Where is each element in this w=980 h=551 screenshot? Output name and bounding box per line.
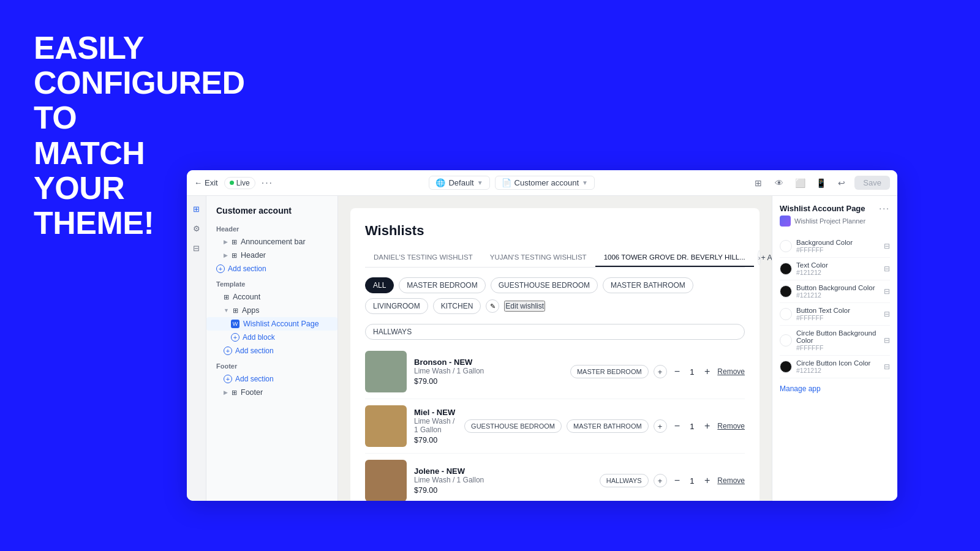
remove-jolene[interactable]: Remove [717, 476, 745, 485]
color-swatch-circle-bg[interactable] [780, 334, 792, 347]
undo-button[interactable]: ↩ [834, 175, 850, 191]
filter-master-bedroom[interactable]: MASTER BEDROOM [399, 277, 485, 293]
color-row-text: Text Color #121212 ⊟ [780, 258, 890, 280]
exit-label: Exit [205, 178, 218, 187]
template-section-label: Template [206, 276, 337, 290]
sections-icon[interactable]: ⊞ [190, 202, 203, 216]
product-price-bronson: $79.00 [414, 377, 563, 386]
template-add-section-button[interactable]: + Add section [206, 344, 284, 358]
qty-minus-bronson[interactable]: − [672, 366, 682, 377]
product-actions-bronson: MASTER BEDROOM + − 1 + Remove [570, 365, 745, 378]
grid-icon-button[interactable]: ⊞ [750, 175, 766, 191]
manage-app-link[interactable]: Manage app [780, 384, 890, 393]
color-label-button-bg: Button Background Color [796, 284, 875, 291]
qty-minus-jolene[interactable]: − [672, 475, 682, 486]
add-section-label-3: Add section [235, 375, 274, 383]
tab-yujans[interactable]: YUJAN'S TESTING WISHLIST [481, 249, 595, 267]
filter-livingroom[interactable]: LIVINGROOM [365, 298, 428, 314]
color-swatch-text[interactable] [780, 263, 792, 275]
footer-add-section-button[interactable]: + Add section [206, 372, 284, 386]
qty-controls-miel: − 1 + [672, 421, 713, 432]
color-picker-icon-text[interactable]: ⊟ [884, 264, 890, 273]
plus-circle-icon-4: + [224, 375, 232, 383]
color-picker-icon-button-text[interactable]: ⊟ [884, 310, 890, 318]
plus-circle-icon-2: + [231, 333, 239, 342]
color-swatch-circle-icon[interactable] [780, 361, 792, 373]
color-picker-icon-button-bg[interactable]: ⊟ [884, 287, 890, 296]
color-label-group-button-text: Button Text Color #FFFFFF [780, 307, 850, 321]
sidebar-item-apps[interactable]: ▼ ⊞ Apps [206, 304, 337, 317]
color-info-button-bg: Button Background Color #121212 [796, 284, 875, 299]
color-info-circle-bg: Circle Button Background Color #FFFFFF [796, 329, 884, 351]
header-add-section-button[interactable]: + Add section [206, 262, 276, 276]
color-picker-icon-circle-bg[interactable]: ⊟ [884, 336, 890, 345]
sidebar-item-header[interactable]: ▶ ⊞ Header [206, 249, 337, 262]
color-swatch-background[interactable] [780, 240, 792, 252]
product-variant-jolene: Lime Wash / 1 Gallon [414, 476, 592, 484]
wishlist-tabs: DANIEL'S TESTING WISHLIST YUJAN'S TESTIN… [365, 249, 745, 268]
tablet-icon-button[interactable]: ⬜ [792, 175, 808, 191]
edit-wishlist-button[interactable]: Edit wishlist [504, 301, 545, 312]
product-row-miel: Miel - NEW Lime Wash / 1 Gallon $79.00 G… [365, 399, 745, 454]
room-tag-jolene: HALLWAYS [600, 474, 649, 487]
tab-tower-grove-label: 1006 TOWER GROVE DR. BEVERLY HILL... [604, 253, 745, 261]
product-name-jolene: Jolene - NEW [414, 467, 592, 476]
filter-master-bathroom[interactable]: MASTER BATHROOM [603, 277, 693, 293]
more-options-button[interactable]: ··· [262, 178, 273, 189]
tab-tower-grove[interactable]: 1006 TOWER GROVE DR. BEVERLY HILL... [595, 249, 754, 267]
icon-sidebar: ⊞ ⚙ ⊟ [187, 196, 206, 501]
color-row-button-bg: Button Background Color #121212 ⊟ [780, 280, 890, 303]
announcement-bar-label: Announcement bar [241, 238, 306, 246]
add-wishlist-button[interactable]: + Add wishlist [761, 253, 772, 262]
qty-plus-jolene[interactable]: + [702, 475, 712, 486]
sidebar-item-footer[interactable]: ▶ ⊞ Footer [206, 386, 337, 399]
add-room-tag-bronson[interactable]: + [654, 365, 667, 378]
globe-icon: 🌐 [435, 178, 445, 187]
color-swatch-button-text[interactable] [780, 308, 792, 320]
filter-guesthouse-bedroom[interactable]: GUESTHOUSE BEDROOM [491, 277, 598, 293]
customer-account-selector[interactable]: 📄 Customer account ▼ [495, 176, 595, 190]
filter-all[interactable]: ALL [365, 277, 394, 293]
qty-plus-bronson[interactable]: + [702, 366, 712, 377]
color-label-group-text: Text Color #121212 [780, 261, 828, 276]
sidebar-item-wishlist-account-page[interactable]: W Wishlist Account Page [206, 317, 337, 331]
color-picker-icon-circle-icon[interactable]: ⊟ [884, 362, 890, 371]
plus-circle-icon: + [216, 264, 225, 273]
add-room-tag-jolene[interactable]: + [654, 474, 667, 487]
qty-minus-miel[interactable]: − [672, 421, 682, 432]
add-block-button[interactable]: + Add block [206, 331, 285, 344]
sidebar-item-announcement-bar[interactable]: ▶ ⊞ Announcement bar [206, 235, 337, 249]
product-name-bronson: Bronson - NEW [414, 358, 563, 367]
save-button[interactable]: Save [854, 176, 890, 190]
sidebar-title: Customer account [206, 202, 337, 220]
remove-miel[interactable]: Remove [717, 422, 745, 430]
chevron-right-icon: ▶ [224, 239, 228, 245]
settings-icon[interactable]: ⚙ [190, 222, 203, 235]
right-panel-more-button[interactable]: ··· [879, 203, 890, 213]
exit-button[interactable]: ← Exit [194, 178, 218, 187]
right-panel-title: Wishlist Account Page [780, 204, 865, 213]
mobile-icon-button[interactable]: 📱 [813, 175, 829, 191]
filter-hallways[interactable]: HALLWAYS [365, 324, 745, 340]
color-picker-icon-background[interactable]: ⊟ [884, 242, 890, 250]
app-name-label: Wishlist Project Planner [794, 217, 865, 225]
product-thumb-jolene [365, 460, 407, 501]
eye-icon-button[interactable]: 👁 [771, 175, 787, 191]
qty-plus-miel[interactable]: + [702, 421, 712, 432]
tab-daniels[interactable]: DANIEL'S TESTING WISHLIST [365, 249, 481, 267]
apps-icon[interactable]: ⊟ [190, 241, 203, 255]
default-selector[interactable]: 🌐 Default ▼ [429, 176, 489, 190]
filter-kitchen[interactable]: KITCHEN [433, 298, 481, 314]
arrow-left-icon: ← [194, 178, 202, 187]
live-dot [230, 181, 234, 185]
qty-val-jolene: 1 [687, 476, 697, 485]
sidebar-item-account[interactable]: ⊞ Account [206, 290, 337, 304]
chevron-right-icon-footer: ▶ [224, 389, 228, 395]
color-swatch-button-bg[interactable] [780, 285, 792, 298]
remove-bronson[interactable]: Remove [717, 367, 745, 376]
add-room-tag-miel[interactable]: + [654, 419, 667, 433]
hero-line2: CONFIGURED TO [34, 66, 230, 135]
product-info-jolene: Jolene - NEW Lime Wash / 1 Gallon $79.00 [414, 467, 592, 495]
color-value-background: #FFFFFF [796, 246, 853, 253]
product-row-jolene: Jolene - NEW Lime Wash / 1 Gallon $79.00… [365, 454, 745, 501]
